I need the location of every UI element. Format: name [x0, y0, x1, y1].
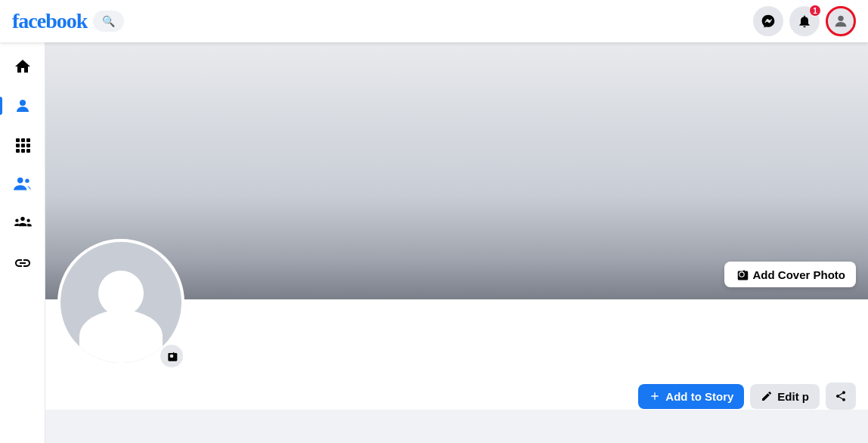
add-to-story-label: Add to Story	[665, 390, 733, 403]
svg-rect-9	[21, 149, 25, 153]
sidebar-item-links[interactable]	[5, 245, 41, 281]
sidebar-item-friends[interactable]	[5, 166, 41, 203]
svg-point-0	[838, 16, 843, 21]
svg-rect-3	[21, 138, 25, 142]
link-icon	[14, 254, 32, 272]
apps-icon	[14, 136, 32, 154]
profile-icon	[14, 97, 32, 115]
messenger-button[interactable]	[753, 6, 783, 36]
profile-nav-button[interactable]	[826, 6, 856, 36]
more-options-button[interactable]	[826, 383, 856, 410]
sidebar-item-apps[interactable]	[5, 127, 41, 163]
svg-point-13	[20, 217, 24, 221]
profile-info-area: Add to Story Edit p	[45, 299, 868, 410]
plus-icon	[649, 390, 661, 402]
sidebar	[0, 42, 45, 443]
search-icon: 🔍	[102, 15, 115, 27]
svg-point-14	[15, 219, 18, 222]
home-icon	[14, 57, 32, 76]
add-cover-photo-button[interactable]: Add Cover Photo	[724, 262, 857, 287]
bell-icon	[797, 14, 812, 29]
friends-icon	[13, 175, 33, 194]
share-icon	[835, 389, 847, 403]
avatar-camera-button[interactable]	[159, 343, 184, 369]
svg-rect-6	[21, 144, 25, 147]
notifications-button[interactable]: 1	[789, 6, 820, 36]
sidebar-item-home[interactable]	[5, 48, 41, 85]
svg-rect-5	[16, 144, 20, 147]
avatar-body	[79, 310, 163, 363]
topnav-left: facebook 🔍	[12, 9, 124, 33]
profile-actions: Add to Story Edit p	[45, 373, 868, 410]
pencil-icon	[761, 390, 773, 402]
groups-icon	[13, 214, 33, 234]
add-cover-photo-label: Add Cover Photo	[753, 268, 846, 281]
profile-avatar-icon	[832, 13, 849, 29]
svg-rect-10	[26, 149, 30, 153]
svg-point-15	[26, 219, 29, 222]
avatar-area	[45, 299, 868, 367]
svg-rect-2	[16, 138, 20, 142]
sidebar-item-profile[interactable]	[5, 88, 41, 124]
svg-rect-8	[16, 149, 20, 153]
add-to-story-button[interactable]: Add to Story	[638, 384, 744, 409]
svg-rect-7	[26, 144, 30, 147]
edit-profile-label: Edit p	[777, 390, 809, 403]
main-content: Add Cover Photo Add to S	[45, 42, 868, 443]
sidebar-item-groups[interactable]	[5, 206, 41, 242]
avatar-camera-icon	[166, 350, 178, 362]
edit-profile-button[interactable]: Edit p	[750, 384, 820, 409]
topnav-right: 1	[753, 6, 856, 36]
svg-rect-4	[26, 138, 30, 142]
avatar-head	[98, 271, 144, 316]
svg-point-11	[17, 178, 23, 184]
notification-badge: 1	[809, 5, 821, 17]
messenger-icon	[761, 14, 776, 29]
top-navigation: facebook 🔍 1	[0, 0, 868, 42]
svg-point-12	[25, 178, 29, 182]
svg-point-1	[20, 100, 26, 106]
search-box[interactable]: 🔍	[93, 11, 124, 32]
facebook-logo[interactable]: facebook	[12, 9, 87, 33]
camera-icon	[735, 268, 749, 281]
